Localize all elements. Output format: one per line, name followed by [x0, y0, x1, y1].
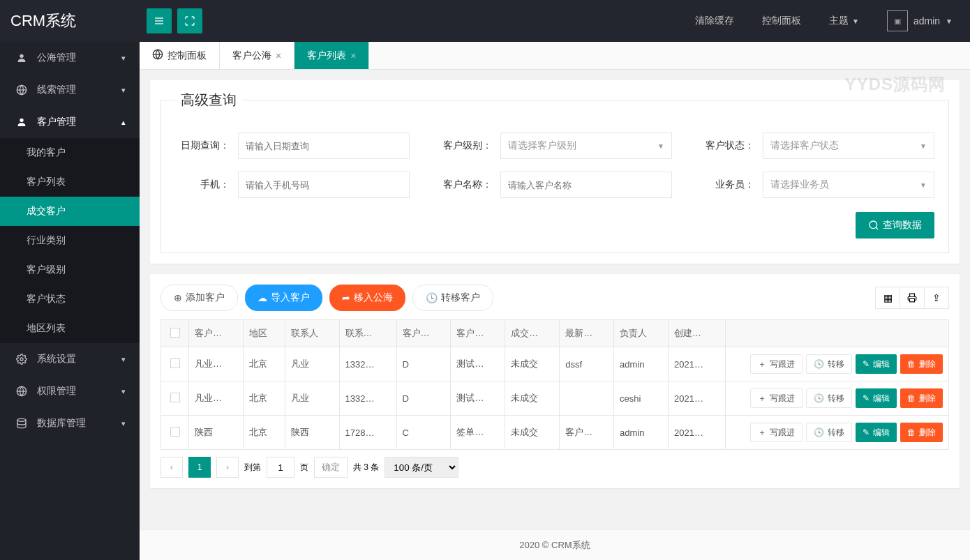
print-button[interactable] [900, 287, 925, 309]
svg-point-7 [20, 358, 23, 361]
tab-0[interactable]: 控制面板 [140, 42, 220, 69]
search-fieldset: 高级查询 日期查询： 客户级别： 请选择客户级别▼ 客户状态： 请选择客户状态 [161, 91, 949, 253]
follow-button[interactable]: ＋写跟进 [750, 354, 803, 374]
sidebar-subitem-2-3[interactable]: 行业类别 [0, 226, 140, 255]
per-page-select[interactable]: 100 条/页 [385, 457, 458, 478]
goto-input[interactable] [267, 457, 294, 478]
phone-input[interactable] [238, 172, 410, 198]
query-button[interactable]: 查询数据 [856, 212, 934, 239]
add-customer-button[interactable]: ⊕添加客户 [161, 285, 238, 311]
plus-icon: ＋ [758, 393, 766, 404]
move-to-sea-button[interactable]: ➦移入公海 [329, 285, 405, 311]
select-all-checkbox[interactable] [170, 328, 180, 338]
tab-bar: 控制面板客户公海×客户列表× [140, 42, 970, 70]
svg-point-6 [20, 119, 23, 122]
next-page-button[interactable]: › [216, 457, 239, 478]
cell [560, 381, 614, 416]
tab-label: 客户列表 [307, 50, 346, 62]
row-checkbox[interactable] [170, 393, 180, 402]
name-input[interactable] [500, 172, 672, 198]
trash-icon: 🗑 [907, 359, 916, 369]
sidebar-item-3[interactable]: 系统设置▾ [0, 343, 140, 375]
avatar: ▣ [887, 10, 908, 31]
cell: 客户… [560, 416, 614, 450]
share-icon: ➦ [342, 292, 350, 303]
menu-toggle-button[interactable] [147, 8, 172, 33]
sidebar-subitem-2-5[interactable]: 客户状态 [0, 285, 140, 314]
user-menu[interactable]: ▣ admin ▼ [887, 10, 953, 31]
export-button[interactable]: ⇪ [924, 287, 949, 309]
clear-cache-link[interactable]: 清除缓存 [695, 15, 734, 27]
delete-button[interactable]: 🗑删除 [900, 388, 943, 408]
pagination: ‹ 1 › 到第 页 确定 共 3 条 100 条/页 [161, 457, 949, 478]
salesman-select[interactable]: 请选择业务员▼ [763, 172, 934, 198]
broken-image-icon: ▣ [894, 17, 901, 26]
theme-dropdown[interactable]: 主题▼ [829, 15, 859, 27]
sidebar-label: 公海管理 [37, 52, 121, 64]
column-header-6: 成交… [505, 320, 560, 347]
delete-button[interactable]: 🗑删除 [900, 354, 943, 374]
tab-1[interactable]: 客户公海× [220, 42, 294, 69]
status-select[interactable]: 请选择客户状态▼ [763, 133, 934, 159]
date-input[interactable] [238, 133, 410, 159]
sidebar-subitem-2-4[interactable]: 客户级别 [0, 255, 140, 285]
edit-button[interactable]: ✎编辑 [856, 423, 897, 442]
clock-icon: 🕓 [426, 292, 438, 303]
edit-button[interactable]: ✎编辑 [856, 354, 897, 374]
svg-point-3 [20, 54, 23, 58]
transfer-button[interactable]: 🕓转移 [806, 388, 852, 408]
sidebar-item-5[interactable]: 数据库管理▾ [0, 407, 140, 439]
close-icon[interactable]: × [276, 50, 281, 61]
phone-label: 手机： [175, 179, 238, 191]
sidebar-item-4[interactable]: 权限管理▾ [0, 375, 140, 407]
sidebar-subitem-2-2[interactable]: 成交客户 [0, 197, 140, 226]
dashboard-link[interactable]: 控制面板 [762, 15, 801, 27]
row-checkbox[interactable] [170, 427, 180, 437]
cell: C [396, 416, 451, 450]
page-suffix-label: 页 [300, 462, 308, 474]
chevron-down-icon: ▾ [121, 86, 126, 95]
sidebar: 公海管理▾线索管理▾客户管理▴我的客户客户列表成交客户行业类别客户级别客户状态地… [0, 42, 140, 560]
sidebar-label: 客户管理 [37, 116, 121, 128]
menu-icon [154, 15, 165, 27]
edit-button[interactable]: ✎编辑 [856, 388, 897, 408]
sidebar-item-0[interactable]: 公海管理▾ [0, 42, 140, 74]
plus-icon: ＋ [758, 358, 766, 370]
chevron-down-icon: ▾ [121, 419, 126, 428]
chevron-down-icon: ▾ [121, 54, 126, 63]
globe-icon [16, 84, 29, 96]
sidebar-subitem-2-0[interactable]: 我的客户 [0, 138, 140, 167]
follow-button[interactable]: ＋写跟进 [750, 423, 803, 442]
clock-icon: 🕓 [814, 427, 824, 437]
cell: D [396, 381, 451, 416]
globe-icon [152, 49, 163, 62]
fullscreen-button[interactable] [177, 8, 202, 33]
username-label: admin [913, 15, 940, 27]
sidebar-item-1[interactable]: 线索管理▾ [0, 74, 140, 106]
transfer-button[interactable]: 🕓转移 [806, 354, 852, 374]
columns-button[interactable]: ▦ [875, 287, 900, 309]
page-1-button[interactable]: 1 [188, 457, 211, 478]
cell: admin [614, 347, 669, 381]
tab-2[interactable]: 客户列表× [294, 42, 369, 69]
transfer-button[interactable]: 🕓转移 [806, 423, 852, 442]
row-checkbox[interactable] [170, 358, 180, 368]
sidebar-subitem-2-1[interactable]: 客户列表 [0, 167, 140, 197]
follow-button[interactable]: ＋写跟进 [750, 388, 803, 408]
prev-page-button[interactable]: ‹ [161, 457, 183, 478]
transfer-customer-button[interactable]: 🕓转移客户 [412, 285, 493, 311]
column-header-9: 创建… [669, 320, 726, 347]
sidebar-item-2[interactable]: 客户管理▴ [0, 106, 140, 138]
sidebar-subitem-2-6[interactable]: 地区列表 [0, 314, 140, 343]
close-icon[interactable]: × [350, 50, 356, 61]
caret-down-icon: ▼ [920, 142, 927, 150]
goto-confirm-button[interactable]: 确定 [314, 457, 348, 478]
pencil-icon: ✎ [863, 427, 870, 437]
svg-rect-15 [910, 298, 915, 302]
import-customer-button[interactable]: ☁导入客户 [245, 285, 322, 311]
delete-button[interactable]: 🗑删除 [900, 423, 943, 442]
print-icon [907, 293, 917, 303]
export-icon: ⇪ [932, 292, 941, 303]
cell: 陕西 [189, 416, 244, 450]
level-select[interactable]: 请选择客户级别▼ [500, 133, 672, 159]
